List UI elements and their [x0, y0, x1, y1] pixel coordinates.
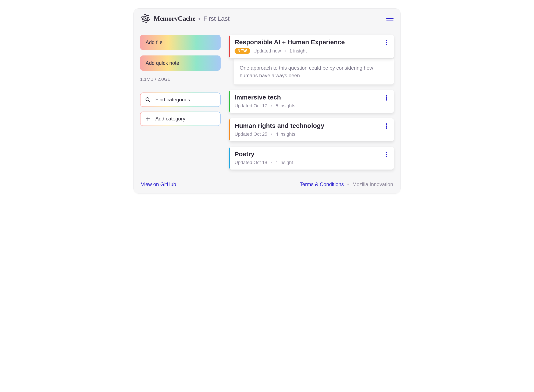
- brand: MemoryCache • First Last: [140, 13, 229, 23]
- kebab-icon[interactable]: [383, 94, 389, 101]
- card-meta: Updated Oct 18 • 1 insight: [235, 160, 388, 165]
- storage-usage: 1.1MB / 2.0GB: [140, 77, 221, 82]
- card-meta: Updated Oct 17 • 5 insights: [235, 103, 388, 109]
- card-insights: 1 insight: [276, 160, 293, 165]
- card-updated: Updated now: [253, 48, 281, 54]
- github-link[interactable]: View on GitHub: [141, 181, 176, 187]
- footer: View on GitHub Terms & Conditions • Mozi…: [134, 177, 400, 193]
- card-updated: Updated Oct 18: [235, 160, 267, 165]
- card-stripe: [229, 35, 230, 58]
- add-quick-note-button[interactable]: Add quick note: [140, 56, 221, 71]
- category-card[interactable]: Human rights and technology Updated Oct …: [229, 118, 394, 141]
- card-meta: NEW Updated now • 1 insight: [235, 48, 388, 54]
- app-title: MemoryCache: [154, 15, 195, 23]
- org-label: Mozilla Innovation: [353, 181, 393, 187]
- separator-dot: •: [198, 15, 200, 22]
- app-window: MemoryCache • First Last Add file Add qu…: [134, 9, 400, 193]
- user-name: First Last: [203, 15, 229, 22]
- kebab-icon[interactable]: [383, 39, 389, 46]
- card-title: Responsible AI + Human Experience: [235, 38, 388, 46]
- menu-icon[interactable]: [386, 16, 394, 21]
- divider: [140, 87, 221, 87]
- sidebar: Add file Add quick note 1.1MB / 2.0GB Fi…: [140, 35, 221, 175]
- find-categories-button[interactable]: Find categories: [140, 93, 221, 107]
- svg-point-3: [145, 18, 146, 19]
- card-meta: Updated Oct 25 • 4 insights: [235, 131, 388, 137]
- card-insights: 5 insights: [276, 103, 296, 109]
- note-preview[interactable]: One approach to this question could be b…: [234, 59, 394, 84]
- category-card[interactable]: Immersive tech Updated Oct 17 • 5 insigh…: [229, 90, 394, 113]
- terms-link[interactable]: Terms & Conditions: [300, 181, 344, 187]
- body: Add file Add quick note 1.1MB / 2.0GB Fi…: [134, 28, 400, 177]
- separator-dot: •: [347, 181, 349, 187]
- card-insights: 1 insight: [289, 48, 307, 54]
- card-updated: Updated Oct 25: [235, 131, 267, 137]
- kebab-icon[interactable]: [383, 151, 389, 158]
- logo-icon: [140, 13, 151, 23]
- card-insights: 4 insights: [276, 131, 296, 137]
- card-stripe: [229, 90, 230, 113]
- card-title: Immersive tech: [235, 94, 388, 101]
- search-icon: [145, 97, 151, 103]
- card-title: Human rights and technology: [235, 122, 388, 129]
- card-title: Poetry: [235, 150, 388, 158]
- card-updated: Updated Oct 17: [235, 103, 267, 109]
- card-stripe: [229, 147, 230, 169]
- card-stripe: [229, 118, 230, 141]
- add-category-label: Add category: [155, 116, 185, 122]
- new-badge: NEW: [235, 48, 250, 54]
- find-categories-label: Find categories: [155, 97, 190, 103]
- svg-line-5: [148, 100, 150, 101]
- main: Responsible AI + Human Experience NEW Up…: [229, 35, 394, 175]
- add-category-button[interactable]: Add category: [140, 112, 221, 126]
- plus-icon: [145, 116, 151, 121]
- kebab-icon[interactable]: [383, 122, 389, 130]
- header: MemoryCache • First Last: [134, 9, 400, 28]
- category-card[interactable]: Poetry Updated Oct 18 • 1 insight: [229, 147, 394, 169]
- add-file-button[interactable]: Add file: [140, 35, 221, 50]
- category-card[interactable]: Responsible AI + Human Experience NEW Up…: [229, 35, 394, 58]
